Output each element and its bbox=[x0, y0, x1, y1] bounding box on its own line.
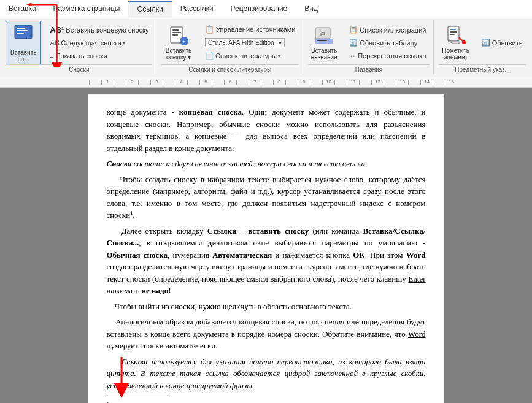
show-fn-icon: ≡ bbox=[50, 52, 53, 59]
document-page[interactable]: конце документа - концевая сноска. Один … bbox=[88, 94, 444, 403]
bibliography-button[interactable]: 📄 Список литературы ▾ bbox=[201, 50, 299, 62]
endnote-label: Вставить концевую сноску bbox=[66, 26, 148, 34]
next-fn-icon: AB bbox=[50, 39, 60, 47]
update-tbl-label: Обновить таблицу bbox=[360, 39, 417, 47]
insert-citation-button[interactable]: + Вставитьссылку ▾ bbox=[161, 23, 196, 63]
citation-btn-label: Вставитьссылку ▾ bbox=[166, 47, 191, 61]
footnote-content: 1 bbox=[107, 401, 426, 403]
ruler-tick: 14 bbox=[420, 80, 433, 85]
svg-rect-24 bbox=[450, 34, 455, 35]
group-index: Пометитьэлемент 🔄 Обновить Предметный ук… bbox=[435, 20, 530, 74]
group-citations: + Вставитьссылку ▾ 📋 Управление источник… bbox=[158, 20, 303, 74]
footnote-definition-bold: Сноска bbox=[107, 159, 132, 168]
citation-icon: + bbox=[168, 25, 189, 47]
insert-caption-button[interactable]: 🏷 Вставитьназвание bbox=[307, 23, 341, 63]
paragraph-4: Далее открыть вкладку Ссылки – вставить … bbox=[107, 225, 426, 297]
tab-insert[interactable]: Вставка bbox=[0, 0, 45, 18]
svg-rect-5 bbox=[15, 25, 32, 39]
next-footnote-button[interactable]: AB Следующая сноска ▾ bbox=[46, 37, 152, 49]
ruler-tick: 10 bbox=[322, 80, 334, 85]
footnote-separator bbox=[107, 397, 168, 399]
paragraph-3: Чтобы создать сноску в набранном тексте … bbox=[107, 174, 426, 221]
ruler-tick bbox=[261, 80, 273, 85]
bib-chevron-icon: ▾ bbox=[278, 53, 280, 59]
ruler-tick: 8 bbox=[273, 80, 285, 85]
bold-word1: Word bbox=[406, 250, 426, 259]
footnotes-group-label: Сноски bbox=[6, 64, 152, 73]
svg-rect-23 bbox=[450, 31, 457, 33]
ab1-icon: AB¹ bbox=[50, 25, 64, 34]
ruler-tick bbox=[359, 80, 371, 85]
bold-reference: Ссылка bbox=[121, 357, 148, 366]
ribbon-wrapper: Вставка Разметка страницы Ссылки Рассылк… bbox=[0, 0, 532, 77]
ruler: 1 2 3 4 5 6 7 8 9 10 11 12 13 14 15 bbox=[0, 77, 532, 88]
svg-rect-8 bbox=[17, 33, 24, 34]
ruler-tick: 7 bbox=[249, 80, 261, 85]
tab-mailings[interactable]: Рассылки bbox=[172, 0, 222, 18]
underline-enter: Enter bbox=[408, 274, 425, 283]
mark-entry-btn-label: Пометитьэлемент bbox=[442, 47, 469, 61]
tab-page-layout[interactable]: Разметка страницы bbox=[45, 0, 129, 18]
update-idx-label: Обновить bbox=[492, 39, 523, 47]
insert-footnote-button[interactable]: ¹ Вставитьсн... bbox=[6, 21, 41, 64]
svg-rect-11 bbox=[172, 29, 179, 31]
cross-ref-label: Перекрестная ссылка bbox=[358, 52, 426, 59]
bold-auto: Автоматическая bbox=[212, 250, 272, 259]
captions-small-col: 📋 Список иллюстраций 🔄 Обновить таблицу … bbox=[345, 24, 430, 62]
ruler-inner: 1 2 3 4 5 6 7 8 9 10 11 12 13 14 15 bbox=[89, 80, 457, 85]
cross-ref-icon: ↔ bbox=[349, 52, 356, 59]
ruler-tick bbox=[384, 80, 396, 85]
index-small-col: 🔄 Обновить bbox=[478, 37, 526, 49]
svg-text:🏷: 🏷 bbox=[320, 31, 325, 37]
insert-endnote-button[interactable]: AB¹ Вставить концевую сноску bbox=[46, 23, 152, 36]
style-label-prefix: Стиль: bbox=[208, 39, 227, 46]
ruler-tick bbox=[310, 80, 322, 85]
ruler-tick: 5 bbox=[199, 80, 212, 85]
manage-sources-button[interactable]: 📋 Управление источниками bbox=[201, 23, 299, 36]
footnotes-inner: ¹ Вставитьсн... AB¹ Вставить концевую сн… bbox=[6, 21, 152, 64]
svg-point-26 bbox=[462, 40, 466, 44]
svg-marker-21 bbox=[448, 41, 459, 44]
ruler-tick bbox=[236, 80, 249, 85]
bib-icon: 📄 bbox=[205, 52, 214, 60]
caption-btn-label: Вставитьназвание bbox=[311, 47, 337, 61]
captions-inner: 🏷 Вставитьназвание 📋 Список иллюстраций … bbox=[307, 21, 430, 64]
list-figures-button[interactable]: 📋 Список иллюстраций bbox=[345, 24, 430, 36]
bold-not-needed: не надо! bbox=[142, 286, 171, 295]
manage-src-label: Управление источниками bbox=[216, 26, 295, 33]
update-idx-icon: 🔄 bbox=[482, 39, 490, 47]
style-dropdown-icon: ▾ bbox=[279, 39, 282, 46]
list-fig-icon: 📋 bbox=[349, 26, 358, 34]
paragraph-1: конце документа - концевая сноска. Один … bbox=[107, 106, 426, 154]
ruler-tick bbox=[187, 80, 199, 85]
mark-entry-button[interactable]: Пометитьэлемент bbox=[439, 23, 473, 63]
style-selector[interactable]: Стиль: APA Fifth Edition ▾ bbox=[201, 36, 299, 49]
show-footnotes-button[interactable]: ≡ Показать сноски bbox=[46, 50, 152, 62]
footnotes-small-col: AB¹ Вставить концевую сноску AB Следующа… bbox=[46, 23, 152, 62]
svg-rect-22 bbox=[450, 29, 456, 30]
ruler-tick bbox=[433, 80, 445, 85]
cross-reference-button[interactable]: ↔ Перекрестная ссылка bbox=[345, 50, 430, 62]
captions-group-label: Названия bbox=[308, 64, 430, 73]
tab-review[interactable]: Рецензирование bbox=[222, 0, 296, 18]
svg-rect-6 bbox=[17, 28, 25, 29]
tab-view[interactable]: Вид bbox=[296, 0, 326, 18]
document-area: конце документа - концевая сноска. Один … bbox=[0, 88, 532, 403]
index-group-label: Предметный указ... bbox=[439, 64, 526, 73]
group-footnotes: ¹ Вставитьсн... AB¹ Вставить концевую сн… bbox=[2, 20, 156, 74]
update-index-button[interactable]: 🔄 Обновить bbox=[478, 37, 526, 49]
ruler-tick bbox=[89, 80, 101, 85]
footnote-btn-label: Вставитьсн... bbox=[10, 49, 36, 63]
tab-references[interactable]: Ссылки bbox=[128, 1, 171, 18]
bib-label: Список литературы bbox=[215, 52, 277, 59]
svg-rect-13 bbox=[172, 34, 178, 36]
ruler-tick bbox=[334, 80, 347, 85]
update-table-button[interactable]: 🔄 Обновить таблицу bbox=[345, 37, 430, 49]
ruler-tick: 1 bbox=[101, 80, 114, 85]
ruler-tick: 4 bbox=[175, 80, 187, 85]
ruler-tick bbox=[285, 80, 298, 85]
ruler-tick bbox=[408, 80, 420, 85]
manage-src-icon: 📋 bbox=[205, 25, 214, 34]
caption-icon: 🏷 bbox=[314, 25, 334, 47]
ruler-tick: 2 bbox=[126, 80, 138, 85]
